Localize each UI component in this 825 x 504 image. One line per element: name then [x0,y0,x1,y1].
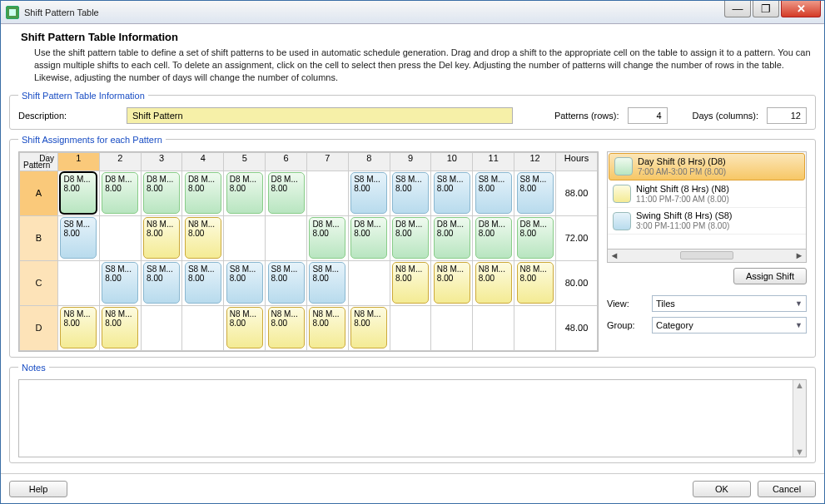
grid-cell[interactable]: D8 M...8.00 [266,170,307,215]
shift-chip[interactable]: S8 M...8.00 [517,172,554,214]
grid-cell[interactable]: D8 M...8.00 [348,215,390,260]
shift-palette-item[interactable]: Day Shift (8 Hrs) (D8)7:00 AM-3:00 PM (8… [609,153,805,180]
shift-chip[interactable]: D8 M...8.00 [434,217,470,259]
grid-cell[interactable]: D8 M...8.00 [99,170,141,215]
shift-chip[interactable]: N8 M...8.00 [350,307,387,348]
titlebar[interactable]: Shift Pattern Table — ❐ ✕ [1,1,824,24]
shift-palette-item[interactable]: Night Shift (8 Hrs) (N8)11:00 PM-7:00 AM… [608,181,806,208]
grid-cell[interactable]: D8 M...8.00 [306,215,348,260]
pattern-header[interactable]: D [20,305,58,350]
shift-chip[interactable]: N8 M...8.00 [475,262,512,304]
grid-cell[interactable]: S8 M...8.00 [58,215,100,260]
shift-chip[interactable]: N8 M...8.00 [226,307,263,348]
shift-palette[interactable]: Day Shift (8 Hrs) (D8)7:00 AM-3:00 PM (8… [607,151,807,250]
grid-cell[interactable]: D8 M...8.00 [473,215,514,260]
day-header[interactable]: 5 [224,152,266,170]
day-header[interactable]: 11 [473,152,514,170]
grid-cell[interactable] [473,305,514,350]
day-header[interactable]: 2 [99,152,141,170]
grid-cell[interactable]: D8 M...8.00 [390,215,431,260]
close-button[interactable]: ✕ [781,1,821,17]
shift-palette-item[interactable]: Swing Shift (8 Hrs) (S8)3:00 PM-11:00 PM… [608,208,806,235]
day-header[interactable]: 9 [390,152,431,170]
shift-chip[interactable]: N8 M...8.00 [102,307,138,348]
day-header[interactable]: 6 [266,152,307,170]
shift-chip[interactable]: S8 M...8.00 [350,172,387,214]
day-header[interactable]: 10 [431,152,473,170]
grid-cell[interactable]: N8 M...8.00 [306,305,348,350]
grid-cell[interactable]: S8 M...8.00 [99,260,141,305]
grid-cell[interactable] [266,215,307,260]
grid-cell[interactable]: N8 M...8.00 [348,305,390,350]
shift-chip[interactable]: S8 M...8.00 [226,262,263,304]
shift-chip[interactable]: S8 M...8.00 [309,262,345,304]
shift-chip[interactable]: D8 M...8.00 [517,217,554,259]
shift-chip[interactable]: N8 M...8.00 [517,262,554,304]
grid-cell[interactable]: N8 M...8.00 [431,260,473,305]
shift-chip[interactable]: N8 M...8.00 [434,262,470,304]
grid-cell[interactable]: S8 M...8.00 [514,170,556,215]
patterns-input[interactable] [628,107,668,124]
pattern-header[interactable]: A [20,170,58,215]
shift-chip[interactable]: S8 M...8.00 [268,262,305,304]
grid-cell[interactable]: N8 M...8.00 [141,215,182,260]
grid-cell[interactable] [224,215,266,260]
day-header[interactable]: 12 [514,152,556,170]
shift-chip[interactable]: N8 M...8.00 [268,307,305,348]
grid-cell[interactable]: S8 M...8.00 [306,260,348,305]
grid-cell[interactable]: S8 M...8.00 [431,170,473,215]
shift-chip[interactable]: N8 M...8.00 [60,307,97,348]
grid-cell[interactable]: S8 M...8.00 [348,170,390,215]
grid-cell[interactable]: S8 M...8.00 [182,260,224,305]
grid-cell[interactable]: N8 M...8.00 [58,305,100,350]
grid-cell[interactable]: D8 M...8.00 [224,170,266,215]
shift-chip[interactable]: N8 M...8.00 [392,262,429,304]
shift-chip[interactable]: D8 M...8.00 [350,217,387,259]
grid-cell[interactable] [514,305,556,350]
shift-chip[interactable]: S8 M...8.00 [434,172,470,214]
shift-chip[interactable]: D8 M...8.00 [185,172,221,214]
ok-button[interactable]: OK [693,481,751,497]
shift-chip[interactable]: S8 M...8.00 [475,172,512,214]
shift-chip[interactable]: D8 M...8.00 [475,217,512,259]
grid-cell[interactable]: S8 M...8.00 [473,170,514,215]
grid-cell[interactable] [306,170,348,215]
grid-cell[interactable]: S8 M...8.00 [266,260,307,305]
shift-chip[interactable]: N8 M...8.00 [185,217,221,259]
grid-cell[interactable]: N8 M...8.00 [514,260,556,305]
day-header[interactable]: 7 [306,152,348,170]
shift-chip[interactable]: D8 M...8.00 [268,172,305,214]
grid-cell[interactable]: D8 M...8.00 [182,170,224,215]
grid-cell[interactable]: N8 M...8.00 [99,305,141,350]
shift-chip[interactable]: D8 M...8.00 [392,217,429,259]
grid-cell[interactable]: D8 M...8.00 [514,215,556,260]
grid-cell[interactable] [431,305,473,350]
grid-cell[interactable]: N8 M...8.00 [224,305,266,350]
scroll-right-icon[interactable]: ► [793,250,806,260]
shift-chip[interactable]: S8 M...8.00 [185,262,221,304]
notes-textarea[interactable]: ▲▼ [18,379,807,457]
grid-cell[interactable]: D8 M...8.00 [58,170,100,215]
scroll-left-icon[interactable]: ◄ [608,250,621,260]
shift-chip[interactable]: D8 M...8.00 [143,172,180,214]
shift-chip[interactable]: S8 M...8.00 [60,217,97,259]
assign-shift-button[interactable]: Assign Shift [733,268,807,284]
grid-cell[interactable]: N8 M...8.00 [266,305,307,350]
grid-cell[interactable] [348,260,390,305]
shift-chip[interactable]: D8 M...8.00 [102,172,138,214]
grid-cell[interactable]: N8 M...8.00 [182,215,224,260]
grid-cell[interactable] [390,305,431,350]
shift-chip[interactable]: S8 M...8.00 [143,262,180,304]
pattern-header[interactable]: B [20,215,58,260]
grid-cell[interactable]: S8 M...8.00 [390,170,431,215]
scroll-thumb[interactable] [680,251,733,259]
view-combo[interactable]: Tiles ▼ [652,295,807,312]
shift-chip[interactable]: S8 M...8.00 [102,262,138,304]
grid-cell[interactable] [141,305,182,350]
grid-cell[interactable]: S8 M...8.00 [224,260,266,305]
grid-cell[interactable] [182,305,224,350]
shift-chip[interactable]: D8 M...8.00 [60,172,97,214]
shift-chip[interactable]: S8 M...8.00 [392,172,429,214]
days-input[interactable] [767,107,807,124]
pattern-header[interactable]: C [20,260,58,305]
